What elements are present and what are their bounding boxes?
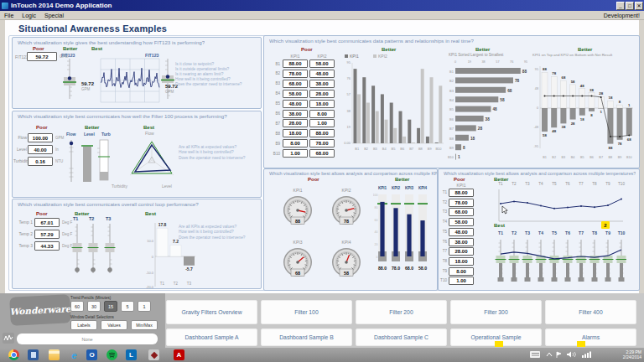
panel-multi-kpis: Which visualization style best allows an… (263, 168, 438, 291)
svg-text:58: 58 (543, 133, 547, 137)
svg-text:0: 0 (152, 255, 154, 259)
row-label: T4 (439, 220, 447, 224)
svg-text:B8: B8 (609, 156, 613, 159)
nav-button-filter-400[interactable]: Filter 400 (545, 300, 636, 324)
trend-duration-button-1[interactable]: 1 (138, 301, 151, 312)
value-box: 1.00 (283, 149, 308, 158)
maximize-button[interactable]: □ (626, 2, 634, 10)
touch-keyboard-icon[interactable] (530, 351, 540, 358)
best-label: Best (494, 223, 505, 228)
poor-label: Poor (36, 125, 48, 130)
nav-button-dashboard-sample-a[interactable]: Dashboard Sample A (166, 328, 257, 346)
value-box: 38.00 (309, 80, 335, 88)
nav-button-filter-100[interactable]: Filter 100 (261, 300, 352, 324)
svg-text:58: 58 (500, 98, 505, 102)
page-title: Situational Awareness Examples (18, 23, 167, 34)
menu-logic[interactable]: Logic (18, 13, 40, 18)
lync-taskbar-icon[interactable]: L (126, 349, 137, 360)
better-label: Better (475, 47, 490, 52)
value-box: 28.00 (283, 119, 308, 127)
svg-text:-48: -48 (534, 126, 539, 129)
spotify-taskbar-icon[interactable] (106, 349, 117, 360)
svg-text:48: 48 (552, 129, 556, 133)
main-area: Situational Awareness Examples Which vis… (5, 20, 639, 293)
nav-button-gravity-filters-overview[interactable]: Gravity Filters Overview (166, 300, 257, 324)
nav-button-dashboard-sample-c[interactable]: Dashboard Sample C (356, 328, 447, 346)
menu-special[interactable]: Special (40, 13, 68, 18)
value-box: 8.00 (449, 267, 474, 276)
intouch-taskbar-icon[interactable] (148, 349, 159, 360)
poor-label: Poor (454, 177, 465, 182)
acrobat-taskbar-icon[interactable]: A (174, 349, 184, 360)
panel-question: Which visualization style best communica… (269, 38, 474, 44)
sorted-bar-chart: 01938577695B188B278B368B458B548B638B728B… (445, 58, 527, 163)
none-button[interactable]: None (17, 334, 158, 344)
value-box: 48.00 (449, 228, 474, 236)
value-box: 18.00 (309, 100, 335, 108)
value-box: 18.00 (283, 129, 308, 137)
trend-duration-button-15[interactable]: 15 (104, 301, 117, 312)
nav-button-alarms[interactable]: Alarms (545, 328, 636, 346)
svg-text:B8: B8 (449, 137, 454, 141)
value-box: 78.00 (449, 199, 474, 207)
outlook-taskbar-icon[interactable]: O (86, 349, 97, 360)
svg-text:B6: B6 (400, 147, 405, 151)
taskbar-clock[interactable]: 2:29 PM 2/24/2014 (623, 349, 641, 359)
detail-button-minmax[interactable]: Min/Max (131, 320, 158, 330)
value-box: 28.00 (449, 247, 474, 256)
poor-label: Poor (33, 46, 44, 51)
internet-explorer-taskbar-icon[interactable]: e (69, 349, 80, 360)
question-item: Does the operator need to intervene? (179, 235, 245, 240)
svg-text:38: 38 (486, 117, 491, 122)
net-result-chart: 95480-48-958858B17848B26838B35828B44818B… (529, 58, 636, 163)
close-button[interactable]: ✕ (635, 2, 643, 10)
windows-app-taskbar-icon[interactable] (28, 349, 39, 360)
panel-question: Which visualization style best communica… (18, 113, 227, 119)
question-item: Is it outside operational limits? (175, 67, 229, 71)
detail-button-values[interactable]: Values (101, 320, 127, 330)
svg-text:B1: B1 (355, 147, 360, 151)
trend-duration-button-30[interactable]: 30 (87, 301, 101, 312)
row-label: T7 (439, 249, 447, 253)
svg-text:B5: B5 (580, 156, 584, 159)
trend-pen-icon[interactable] (3, 333, 14, 344)
trend-duration-button-5[interactable]: 5 (121, 301, 134, 312)
nav-button-filter-200[interactable]: Filter 200 (356, 300, 447, 324)
window-titlebar: InTouch 2014 Demo Application _ □ ✕ (0, 0, 644, 11)
value-box: 28.00 (309, 90, 335, 98)
tray-date: 2/24/2014 (623, 354, 641, 359)
nav-button-filter-300[interactable]: Filter 300 (450, 300, 542, 324)
svg-text:T3: T3 (187, 282, 192, 286)
value-box: 88.00 (309, 129, 335, 137)
tray-glyphs[interactable] (545, 349, 604, 360)
system-tray[interactable] (530, 349, 605, 360)
detail-button-labels[interactable]: Labels (70, 320, 97, 330)
svg-text:76: 76 (510, 60, 513, 64)
file-explorer-taskbar-icon[interactable] (49, 349, 60, 360)
svg-text:B7: B7 (409, 147, 414, 151)
radar-chart (120, 135, 184, 182)
svg-text:B9: B9 (449, 146, 454, 150)
menu-file[interactable]: File (0, 13, 18, 18)
trend-duration-button-60[interactable]: 60 (70, 301, 84, 312)
svg-text:17.8: 17.8 (158, 222, 167, 227)
minimize-button[interactable]: _ (616, 2, 625, 10)
svg-text:38: 38 (561, 125, 565, 129)
row-label: T5 (439, 230, 447, 234)
legend-label: KPI2 (378, 54, 387, 59)
svg-text:8: 8 (590, 113, 593, 117)
chrome-taskbar-icon[interactable] (8, 349, 19, 360)
value-box: 57.29 (34, 230, 60, 239)
svg-text:B9: B9 (618, 156, 622, 159)
chart-title: KPI1 Sorted Largest to Smallest (449, 53, 503, 57)
svg-text:40: 40 (375, 230, 378, 234)
svg-text:B1: B1 (543, 156, 547, 159)
value-box: 8.00 (283, 139, 308, 147)
question-item: Does the operator need to intervene? (179, 156, 245, 160)
slider-label: T2 (507, 230, 521, 235)
highlight-mark-alarms (577, 341, 585, 347)
pen-squiggle-glyph (3, 333, 14, 344)
nav-button-dashboard-sample-b[interactable]: Dashboard Sample B (261, 328, 352, 346)
menu-development[interactable]: Development! (600, 13, 644, 18)
unit-label: GPM (165, 90, 174, 94)
